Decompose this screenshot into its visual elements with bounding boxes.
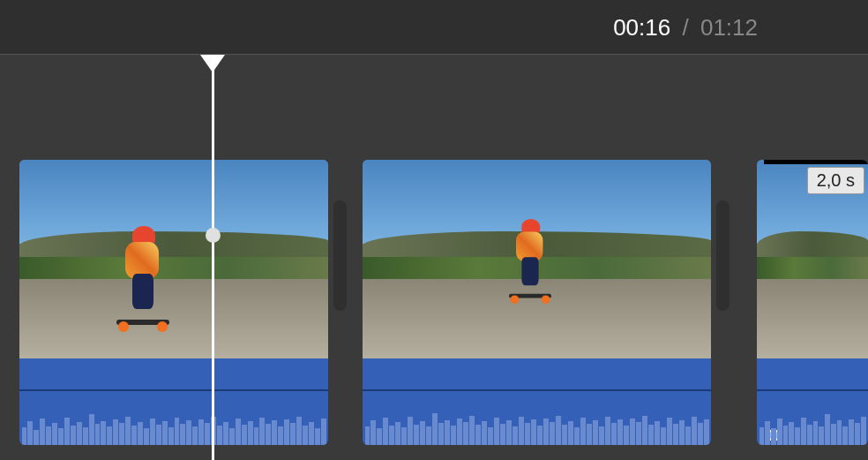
waveform [19,401,328,445]
timecode-current: 00:16 [613,14,670,41]
volume-line[interactable] [757,389,868,391]
waveform [757,401,868,445]
timeline-area[interactable]: 2,0 s [0,55,868,460]
playhead-marker-icon[interactable] [200,55,225,72]
clip-duration-badge: 2,0 s [807,167,864,194]
transition-handle-2[interactable] [716,200,730,311]
clip-top-bar [764,160,868,164]
transition-handle-1[interactable] [333,200,347,311]
timecode-total: 01:12 [700,14,758,41]
video-clip-2[interactable] [363,160,711,445]
video-clip-3[interactable]: 2,0 s [757,160,868,445]
timecode-display: 00:16 / 01:12 [613,14,758,41]
audio-track[interactable] [19,358,328,445]
volume-line[interactable] [363,389,711,391]
timeline-header: 00:16 / 01:12 [0,0,868,55]
audio-track[interactable] [363,358,711,445]
clip-thumbnail: 2,0 s [757,160,868,358]
timecode-separator: / [682,14,688,41]
audio-track[interactable] [757,358,868,445]
waveform [363,401,711,445]
clip-thumbnail [363,160,711,358]
video-clip-1[interactable] [19,160,328,445]
volume-line[interactable] [19,389,328,391]
clip-thumbnail [19,160,328,358]
